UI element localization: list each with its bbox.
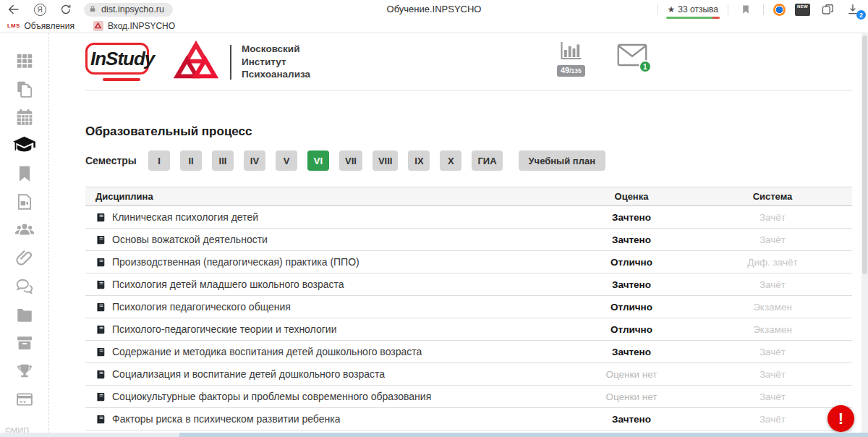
table-row: Психология детей младшего школьного возр… [85, 273, 852, 296]
bookmark-label: Вход.INPSYCHO [108, 21, 175, 31]
main-content: InStudy Московский Институт Психоанализа [49, 33, 868, 437]
toolbar-divider [658, 4, 658, 15]
bookmarks-bar: LMS Объявления Вход.INPSYCHO [0, 19, 868, 33]
lms-favicon: LMS [7, 22, 20, 29]
semester-tab-VIII[interactable]: VIII [373, 150, 399, 171]
discipline-link[interactable]: Психология педагогического общения [112, 301, 291, 313]
horizontal-scrollbar-thumb[interactable] [179, 433, 868, 437]
table-row: Социокультурные факторы и проблемы совре… [85, 386, 852, 408]
progress-current: 49 [561, 66, 569, 75]
app-window: ©МИП InStudy Московский Институт Психоан… [0, 33, 868, 437]
semester-tab-IX[interactable]: IX [408, 150, 430, 171]
mip-triangles-logo[interactable] [174, 41, 218, 84]
downloads-icon[interactable]: 2 [845, 1, 861, 17]
institute-name: Московский Институт Психоанализа [242, 43, 310, 81]
semester-tab-V[interactable]: V [276, 150, 297, 171]
table-row: Производственная (педагогическая) практи… [85, 251, 852, 273]
progress-stats-button[interactable]: 49/135 [557, 41, 585, 77]
progress-badge: 49/135 [557, 65, 585, 77]
institute-name-line: Институт [242, 56, 310, 69]
bookmark-announcements[interactable]: LMS Объявления [7, 21, 75, 31]
discipline-link[interactable]: Социокультурные факторы и проблемы совре… [112, 391, 431, 402]
page-header: InStudy Московский Институт Психоанализа [85, 33, 852, 91]
video-materials-icon [15, 192, 34, 211]
bookmark-flag-icon[interactable] [738, 1, 754, 17]
extension-new-icon[interactable]: NEW [795, 4, 810, 16]
discipline-link[interactable]: Содержание и методика воспитания детей д… [112, 346, 422, 357]
discipline-link[interactable]: Основы вожатской деятельности [112, 234, 268, 245]
discipline-link[interactable]: Психолого-педагогические теории и технол… [112, 323, 336, 335]
table-header-row: Дисциплина Оценка Система [85, 187, 852, 206]
sidebar-item-bookmarks[interactable] [12, 159, 36, 187]
alert-button[interactable]: ! [827, 405, 854, 432]
semester-tab-III[interactable]: III [212, 150, 234, 171]
calendar-icon [15, 108, 34, 127]
system-cell: Экзамен [693, 302, 852, 313]
bookmark-inpsycho-login[interactable]: Вход.INPSYCHO [93, 21, 175, 31]
download-count-badge: 2 [856, 10, 866, 20]
sidebar-item-calendar[interactable] [12, 103, 36, 131]
table-row: Психология педагогического общенияОтличн… [85, 296, 852, 318]
sidebar-item-education[interactable] [12, 131, 36, 159]
semester-tab-VII[interactable]: VII [339, 150, 362, 171]
table-row: Социализация и воспитание детей дошкольн… [85, 363, 852, 386]
book-icon [95, 302, 106, 313]
grade-cell: Зачтено [570, 414, 693, 425]
toolbar-divider [763, 4, 764, 15]
mail-button[interactable]: 1 [617, 43, 647, 70]
discipline-link[interactable]: Факторы риска в психическом развитии реб… [112, 413, 340, 425]
instudy-logo[interactable]: InStudy [85, 41, 155, 83]
discipline-cell: Психолого-педагогические теории и технол… [85, 323, 570, 335]
sidebar-item-documents[interactable] [12, 75, 36, 103]
grade-cell: Отлично [570, 257, 693, 268]
column-header-discipline: Дисциплина [85, 191, 570, 202]
discipline-link[interactable]: Социализация и воспитание детей дошкольн… [112, 368, 385, 380]
discipline-link[interactable]: Производственная (педагогическая) практи… [112, 256, 359, 268]
archive-icon [15, 334, 34, 352]
semester-tab-II[interactable]: II [180, 150, 202, 171]
discipline-link[interactable]: Психология детей младшего школьного возр… [112, 279, 344, 290]
header-divider [230, 45, 231, 80]
sidebar-item-payments[interactable] [12, 385, 36, 413]
folders-icon [15, 305, 34, 324]
table-row: Содержание и методика воспитания детей д… [85, 341, 852, 363]
sidebar-item-video-materials[interactable] [12, 187, 36, 216]
sidebar-items [12, 46, 36, 413]
semester-tab-X[interactable]: X [440, 150, 461, 171]
system-cell: Диф. зачёт [693, 257, 852, 268]
book-icon [95, 347, 106, 357]
institute-name-line: Психоанализа [242, 68, 310, 81]
system-cell: Зачёт [693, 347, 852, 357]
sidebar-item-apps-grid[interactable] [12, 46, 36, 75]
sidebar-item-attachments[interactable] [12, 244, 36, 272]
semester-tab-IV[interactable]: IV [244, 150, 265, 171]
semester-tab-I[interactable]: I [148, 150, 170, 171]
collections-icon[interactable] [820, 1, 835, 17]
vertical-scrollbar-thumb[interactable] [862, 35, 867, 274]
sidebar-item-folders[interactable] [12, 300, 36, 328]
curriculum-button[interactable]: Учебный план [519, 150, 605, 171]
book-icon [95, 234, 106, 245]
page-title: Образовательный процесс [85, 124, 852, 139]
sidebar-item-messages[interactable] [12, 272, 36, 300]
discipline-link[interactable]: Клиническая психология детей [112, 211, 258, 223]
discipline-cell: Социализация и воспитание детей дошкольн… [85, 368, 570, 380]
mail-count-badge: 1 [639, 60, 652, 73]
reviews-count: 33 отзыва [678, 4, 718, 14]
sidebar-item-achievements[interactable] [12, 357, 36, 385]
grades-table: Дисциплина Оценка Система Клиническая пс… [85, 187, 852, 430]
sidebar-item-community[interactable] [12, 216, 36, 244]
table-row: Основы вожатской деятельностиЗачтеноЗачё… [85, 229, 852, 251]
sidebar-item-archive[interactable] [12, 328, 36, 357]
horizontal-scrollbar[interactable] [0, 433, 868, 437]
vertical-scrollbar[interactable] [861, 33, 868, 433]
semester-tab-ГИА[interactable]: ГИА [472, 150, 502, 171]
reviews-widget[interactable]: ★ 33 отзыва [668, 4, 718, 19]
achievements-icon [15, 362, 34, 381]
column-header-grade: Оценка [570, 191, 693, 202]
extension-orb-icon[interactable] [773, 4, 786, 16]
system-cell: Зачёт [693, 212, 852, 223]
semester-tab-VI[interactable]: VI [307, 150, 329, 171]
star-icon: ★ [668, 4, 676, 14]
discipline-cell: Факторы риска в психическом развитии реб… [85, 413, 570, 425]
